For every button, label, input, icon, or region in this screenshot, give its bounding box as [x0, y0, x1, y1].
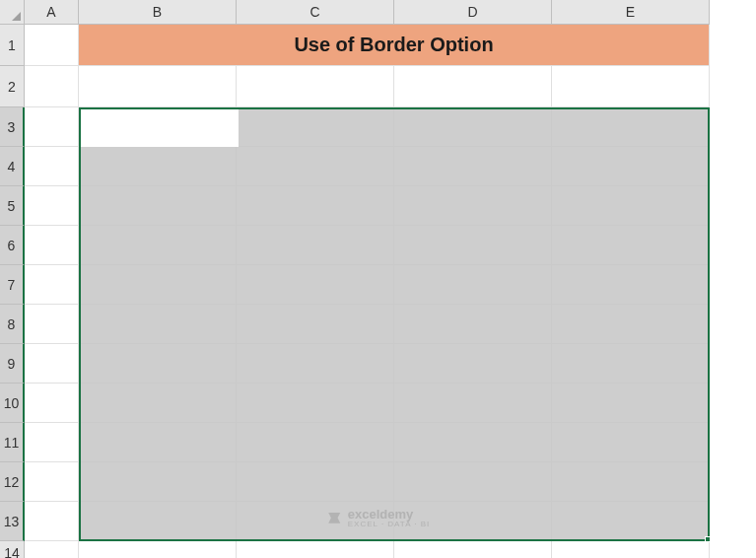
- cell-a1[interactable]: [25, 25, 79, 66]
- cell-a5[interactable]: [25, 186, 79, 226]
- cell-e6[interactable]: [552, 226, 710, 265]
- cell-c14[interactable]: [237, 541, 394, 558]
- row-header-4[interactable]: 4: [0, 147, 25, 186]
- col-header-c[interactable]: C: [237, 0, 394, 25]
- cell-a4[interactable]: [25, 147, 79, 186]
- cell-b9[interactable]: [79, 344, 237, 384]
- cell-c10[interactable]: [237, 384, 394, 423]
- cell-e8[interactable]: [552, 305, 710, 344]
- row-header-12[interactable]: 12: [0, 462, 25, 502]
- cell-a3[interactable]: [25, 107, 79, 147]
- col-header-e[interactable]: E: [552, 0, 710, 25]
- cell-b13[interactable]: [79, 502, 237, 541]
- cell-c11[interactable]: [237, 423, 394, 462]
- cell-e14[interactable]: [552, 541, 710, 558]
- cell-a2[interactable]: [25, 66, 79, 107]
- cell-d10[interactable]: [394, 384, 552, 423]
- cell-d3[interactable]: [394, 107, 552, 147]
- row-header-3[interactable]: 3: [0, 107, 25, 147]
- cell-e10[interactable]: [552, 384, 710, 423]
- cell-d8[interactable]: [394, 305, 552, 344]
- cell-d2[interactable]: [394, 66, 552, 107]
- cell-d13[interactable]: [394, 502, 552, 541]
- cell-b4[interactable]: [79, 147, 237, 186]
- cell-e11[interactable]: [552, 423, 710, 462]
- row-header-10[interactable]: 10: [0, 384, 25, 423]
- cell-e3[interactable]: [552, 107, 710, 147]
- cell-d7[interactable]: [394, 265, 552, 305]
- cell-c6[interactable]: [237, 226, 394, 265]
- cell-b12[interactable]: [79, 462, 237, 502]
- cell-d9[interactable]: [394, 344, 552, 384]
- cell-a7[interactable]: [25, 265, 79, 305]
- cell-d5[interactable]: [394, 186, 552, 226]
- cell-b14[interactable]: [79, 541, 237, 558]
- cell-a11[interactable]: [25, 423, 79, 462]
- cell-c5[interactable]: [237, 186, 394, 226]
- row-header-11[interactable]: 11: [0, 423, 25, 462]
- cell-a14[interactable]: [25, 541, 79, 558]
- row-header-6[interactable]: 6: [0, 226, 25, 265]
- cell-c9[interactable]: [237, 344, 394, 384]
- row-header-8[interactable]: 8: [0, 305, 25, 344]
- cell-d6[interactable]: [394, 226, 552, 265]
- cell-b6[interactable]: [79, 226, 237, 265]
- cell-c7[interactable]: [237, 265, 394, 305]
- col-header-b[interactable]: B: [79, 0, 237, 25]
- cell-d14[interactable]: [394, 541, 552, 558]
- cell-a6[interactable]: [25, 226, 79, 265]
- cell-d4[interactable]: [394, 147, 552, 186]
- cell-c13[interactable]: [237, 502, 394, 541]
- cell-d12[interactable]: [394, 462, 552, 502]
- cell-b8[interactable]: [79, 305, 237, 344]
- select-all-corner[interactable]: [0, 0, 25, 25]
- cell-e5[interactable]: [552, 186, 710, 226]
- cell-b2[interactable]: [79, 66, 237, 107]
- cell-b7[interactable]: [79, 265, 237, 305]
- cell-b3[interactable]: [79, 107, 237, 147]
- cell-b5[interactable]: [79, 186, 237, 226]
- row-header-7[interactable]: 7: [0, 265, 25, 305]
- cell-c4[interactable]: [237, 147, 394, 186]
- title-cell[interactable]: Use of Border Option: [79, 25, 710, 66]
- cell-c8[interactable]: [237, 305, 394, 344]
- cell-e2[interactable]: [552, 66, 710, 107]
- cell-e7[interactable]: [552, 265, 710, 305]
- cell-a8[interactable]: [25, 305, 79, 344]
- cell-c3[interactable]: [237, 107, 394, 147]
- cell-e13[interactable]: [552, 502, 710, 541]
- cell-a9[interactable]: [25, 344, 79, 384]
- cell-e9[interactable]: [552, 344, 710, 384]
- cell-c12[interactable]: [237, 462, 394, 502]
- col-header-d[interactable]: D: [394, 0, 552, 25]
- spreadsheet-grid[interactable]: A B C D E 1 Use of Border Option 2 3 4 5…: [0, 0, 756, 558]
- cell-a13[interactable]: [25, 502, 79, 541]
- row-header-14[interactable]: 14: [0, 541, 25, 558]
- cell-a12[interactable]: [25, 462, 79, 502]
- cell-b11[interactable]: [79, 423, 237, 462]
- col-header-a[interactable]: A: [25, 0, 79, 25]
- cell-b10[interactable]: [79, 384, 237, 423]
- cell-d11[interactable]: [394, 423, 552, 462]
- row-header-2[interactable]: 2: [0, 66, 25, 107]
- row-header-5[interactable]: 5: [0, 186, 25, 226]
- row-header-13[interactable]: 13: [0, 502, 25, 541]
- row-header-9[interactable]: 9: [0, 344, 25, 384]
- cell-a10[interactable]: [25, 384, 79, 423]
- cell-e4[interactable]: [552, 147, 710, 186]
- row-header-1[interactable]: 1: [0, 25, 25, 66]
- cell-e12[interactable]: [552, 462, 710, 502]
- cell-c2[interactable]: [237, 66, 394, 107]
